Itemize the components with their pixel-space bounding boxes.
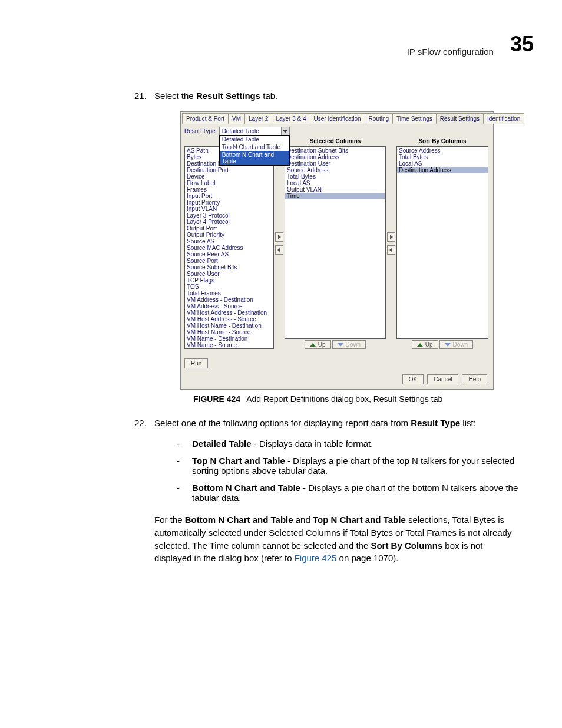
list-item[interactable]: Source Address <box>285 167 385 173</box>
list-item[interactable]: Source Subnet Bits <box>185 264 273 271</box>
list-item[interactable]: Destination Subnet Bits <box>285 147 385 154</box>
chapter-number: 35 <box>510 32 534 57</box>
sort-up-button[interactable]: Up <box>412 340 438 349</box>
explanatory-paragraph: For the Bottom N Chart and Table and Top… <box>154 513 516 565</box>
section-title: IP sFlow configuration <box>407 47 494 57</box>
list-item[interactable]: Output VLAN <box>285 186 385 193</box>
tab-user-identification[interactable]: User Identification <box>310 113 365 124</box>
run-button[interactable]: Run <box>184 358 208 368</box>
list-item[interactable]: TOS <box>185 284 273 290</box>
result-type-option[interactable]: Top N Chart and Table <box>220 143 289 151</box>
list-item[interactable]: Input Port <box>185 193 273 199</box>
step-21: 21. Select the Result Settings tab. <box>134 91 534 101</box>
available-columns-list[interactable]: AS PathBytesDestination MAC AddressDesti… <box>184 146 274 349</box>
list-item[interactable]: Source User <box>185 271 273 277</box>
list-item[interactable]: Output Port <box>185 225 273 232</box>
selected-up-button[interactable]: Up <box>305 340 331 349</box>
sort-move-left-button[interactable] <box>387 245 395 255</box>
list-item[interactable]: Destination Port <box>185 167 273 173</box>
dialog-tabs: Product & PortVMLayer 2Layer 3 & 4User I… <box>181 112 493 124</box>
list-item[interactable]: VM Host Address - Destination <box>185 309 273 316</box>
list-item[interactable]: Device <box>185 173 273 180</box>
figure-reference-link[interactable]: Figure 425 <box>295 553 337 563</box>
sort-down-button[interactable]: Down <box>439 340 474 349</box>
list-item[interactable]: Time <box>285 193 385 199</box>
list-item[interactable]: Layer 4 Protocol <box>185 219 273 225</box>
list-item[interactable]: Source Port <box>185 258 273 264</box>
step-22: 22. Select one of the following options … <box>134 418 534 428</box>
list-item[interactable]: VM Address - Destination <box>185 297 273 303</box>
chevron-down-icon[interactable] <box>281 127 289 135</box>
help-button[interactable]: Help <box>462 374 487 384</box>
list-item[interactable]: Input Priority <box>185 199 273 206</box>
tab-routing[interactable]: Routing <box>365 113 393 124</box>
list-item[interactable]: Source Address <box>397 147 488 154</box>
list-item[interactable]: Destination Address <box>285 154 385 160</box>
list-item[interactable]: VM Address - Source <box>185 303 273 309</box>
tab-vm[interactable]: VM <box>228 113 245 124</box>
list-item[interactable]: Frames <box>185 186 273 193</box>
list-item[interactable]: VM Name - Source <box>185 342 273 348</box>
list-item[interactable]: Source AS <box>185 238 273 245</box>
selected-columns-header: Selected Columns <box>285 138 386 145</box>
list-item[interactable]: VM Host Name - Source <box>185 329 273 335</box>
tab-layer-2[interactable]: Layer 2 <box>244 113 272 124</box>
result-type-row: Result Type Detailed Table Detailed Tabl… <box>184 127 490 136</box>
tab-product-port[interactable]: Product & Port <box>182 113 229 124</box>
tab-time-settings[interactable]: Time Settings <box>392 113 437 124</box>
page-header: IP sFlow configuration 35 <box>28 32 534 57</box>
list-item[interactable]: Local AS <box>285 180 385 186</box>
list-item[interactable]: Destination Address <box>397 167 488 173</box>
move-right-button[interactable] <box>275 232 283 242</box>
move-left-button[interactable] <box>275 245 283 255</box>
list-item[interactable]: Input VLAN <box>185 206 273 212</box>
list-item[interactable]: VM Host Address - Source <box>185 316 273 322</box>
list-item[interactable]: Destination User <box>285 160 385 167</box>
sort-by-columns-list[interactable]: Source AddressTotal BytesLocal ASDestina… <box>396 146 488 339</box>
list-item[interactable]: VM Host Name - Destination <box>185 322 273 329</box>
list-item[interactable]: TCP Flags <box>185 277 273 284</box>
sort-move-right-button[interactable] <box>387 232 395 242</box>
ok-button[interactable]: OK <box>402 374 424 384</box>
dialog-result-settings: Product & PortVMLayer 2Layer 3 & 4User I… <box>180 111 494 390</box>
list-item[interactable]: Flow Label <box>185 180 273 186</box>
list-item[interactable]: Total Bytes <box>285 173 385 180</box>
result-type-label: Result Type <box>184 127 216 134</box>
list-item[interactable]: Local AS <box>397 160 488 167</box>
sort-by-header: Sort By Columns <box>396 138 488 145</box>
result-type-select[interactable]: Detailed Table <box>219 127 290 136</box>
result-type-dropdown[interactable]: Detailed TableTop N Chart and TableBotto… <box>219 135 290 166</box>
list-item[interactable]: Layer 3 Protocol <box>185 212 273 219</box>
list-item[interactable]: Output Priority <box>185 232 273 238</box>
result-type-option[interactable]: Detailed Table <box>220 136 289 143</box>
bullet-list: -Detailed Table - Displays data in table… <box>177 439 534 503</box>
figure-caption: FIGURE 424Add Report Definitions dialog … <box>193 394 534 404</box>
cancel-button[interactable]: Cancel <box>427 374 458 384</box>
list-item[interactable]: Total Bytes <box>397 154 488 160</box>
list-item[interactable]: Source Peer AS <box>185 251 273 258</box>
list-item[interactable]: Source MAC Address <box>185 245 273 251</box>
tab-result-settings[interactable]: Result Settings <box>436 113 484 124</box>
list-item[interactable]: Total Frames <box>185 290 273 297</box>
selected-columns-list[interactable]: Destination Subnet BitsDestination Addre… <box>285 146 386 339</box>
tab-identification[interactable]: Identification <box>483 113 524 124</box>
tab-layer-3-4[interactable]: Layer 3 & 4 <box>272 113 310 124</box>
result-type-option[interactable]: Bottom N Chart and Table <box>220 151 289 165</box>
selected-down-button[interactable]: Down <box>332 340 366 349</box>
list-item[interactable]: VM Name - Destination <box>185 335 273 342</box>
